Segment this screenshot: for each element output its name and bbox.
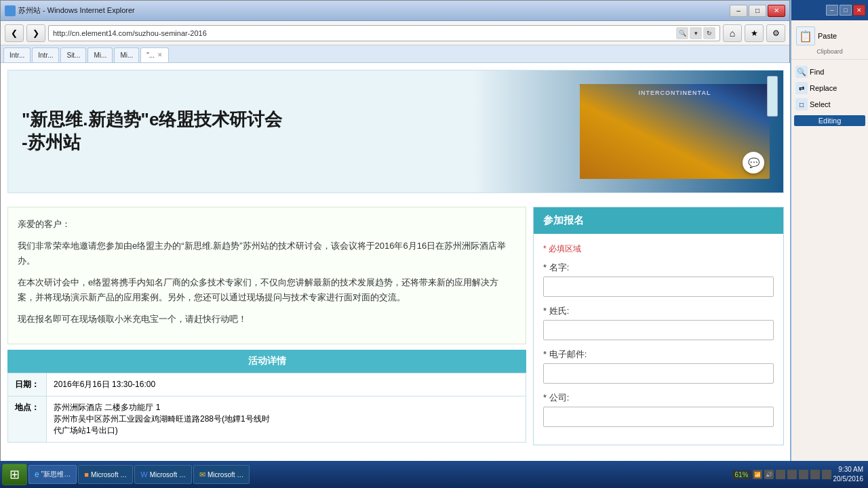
word-ribbon-panel: – □ ✕ 📋 Paste Clipboard 🔍 Find ⇄ Replace…	[790, 0, 868, 461]
lastname-label: * 姓氏:	[543, 305, 774, 317]
tab-0[interactable]: Intr...	[3, 47, 31, 62]
registration-body: * 必填区域 * 名字: * 姓氏:	[534, 234, 783, 445]
taskbar-outlook[interactable]: ✉ Microsoft …	[193, 465, 250, 484]
location-label: 地点：	[8, 396, 47, 442]
tray-icon-3	[799, 470, 808, 479]
main-body: 亲爱的客户： 我们非常荣幸地邀请您参加由e络盟主办的“新思维.新趋势”苏州站的技…	[1, 200, 791, 452]
forward-button[interactable]: ❯	[26, 24, 45, 42]
taskbar-ie-label: "新思维…	[41, 470, 71, 479]
address-bar: http://cn.element14.com/suzhou-seminar-2…	[48, 25, 720, 41]
company-label: * 公司:	[543, 392, 774, 404]
ribbon-min-button[interactable]: –	[826, 5, 838, 16]
date-label: 日期：	[8, 373, 47, 396]
time-text: 9:30 AM	[833, 465, 864, 474]
clipboard-section: 📋 Paste Clipboard	[791, 20, 868, 60]
minimize-button[interactable]: –	[730, 5, 747, 17]
banner-title-line1: "新思维.新趋势"e络盟技术研讨会	[22, 109, 282, 129]
nav-toolbar: ❮ ❯ http://cn.element14.com/suzhou-semin…	[1, 21, 789, 45]
hotel-background	[580, 84, 770, 179]
word-icon: W	[140, 470, 147, 479]
greeting-text: 亲爱的客户：	[18, 217, 516, 232]
editing-section: 🔍 Find ⇄ Replace □ Select Editing	[791, 60, 868, 130]
address-icons: 🔍 ▾ ↻	[676, 27, 715, 39]
close-button[interactable]: ✕	[768, 5, 785, 17]
tab-1[interactable]: Intr...	[32, 47, 59, 62]
restore-button[interactable]: □	[749, 5, 766, 17]
refresh-icon[interactable]: ↻	[703, 27, 715, 39]
firstname-label: * 名字:	[543, 262, 774, 274]
title-bar: 苏州站 - Windows Internet Explorer – □ ✕	[1, 1, 789, 21]
find-icon: 🔍	[795, 66, 808, 78]
firstname-input[interactable]	[543, 277, 774, 297]
find-item[interactable]: 🔍 Find	[794, 64, 865, 80]
email-group: * 电子邮件:	[543, 348, 774, 384]
title-bar-left: 苏州站 - Windows Internet Explorer	[5, 5, 135, 16]
location-line1: 苏州洲际酒店 二楼多功能厅 1	[54, 403, 160, 412]
home-button[interactable]: ⌂	[723, 24, 742, 42]
sound-icon: 🔊	[764, 470, 774, 479]
lastname-input[interactable]	[543, 320, 774, 340]
banner-title: "新思维.新趋势"e络盟技术研讨会 -苏州站	[22, 108, 580, 155]
back-button[interactable]: ❮	[5, 24, 24, 42]
taskbar-ppt[interactable]: ■ Microsoft …	[78, 465, 133, 484]
start-button[interactable]: ⊞	[2, 464, 27, 485]
taskbar-word[interactable]: W Microsoft …	[134, 465, 192, 484]
location-line2: 苏州市吴中区苏州工业园金鸡湖畸旺道路288号(地鐔1号线时	[54, 414, 270, 424]
tab-bar: Intr... Intr... Sit... Mi... Mi... "... …	[1, 45, 789, 63]
tab-5[interactable]: "... ✕	[140, 47, 169, 62]
ribbon-title-bar: – □ ✕	[791, 0, 868, 20]
tab-2[interactable]: Sit...	[60, 47, 86, 62]
firstname-label-text: * 名字:	[543, 262, 569, 272]
taskbar-ie[interactable]: e "新思维…	[28, 465, 77, 484]
tray-icon-5	[822, 470, 831, 479]
email-input[interactable]	[543, 363, 774, 384]
company-group: * 公司:	[543, 392, 774, 427]
replace-icon: ⇄	[795, 82, 808, 94]
ribbon-close-button[interactable]: ✕	[853, 5, 865, 16]
favorites-button[interactable]: ★	[745, 24, 764, 42]
tray-icon-2	[787, 470, 797, 479]
email-label: * 电子邮件:	[543, 348, 774, 361]
taskbar-outlook-label: Microsoft …	[208, 471, 243, 479]
tab-label-5: "...	[146, 52, 155, 59]
tray-icon-1	[776, 470, 785, 479]
date-value: 2016年6月16日 13:30-16:00	[47, 373, 526, 396]
taskbar: ⊞ e "新思维… ■ Microsoft … W Microsoft … ✉ …	[0, 461, 868, 488]
url-text[interactable]: http://cn.element14.com/suzhou-seminar-2…	[53, 29, 676, 37]
tab-label-2: Sit...	[66, 52, 80, 59]
left-column: 亲爱的客户： 我们非常荣幸地邀请您参加由e络盟主办的“新思维.新趋势”苏州站的技…	[7, 207, 526, 445]
company-label-text: * 公司:	[543, 392, 569, 403]
window-controls: – □ ✕	[730, 5, 785, 17]
activity-table: 日期： 2016年6月16日 13:30-16:00 地点： 苏州洲际酒店 二楼…	[7, 373, 526, 443]
settings-button[interactable]: ⚙	[766, 24, 785, 42]
tab-3[interactable]: Mi...	[87, 47, 113, 62]
tab-label-3: Mi...	[94, 52, 106, 59]
dropdown-icon[interactable]: ▾	[690, 27, 702, 39]
taskbar-ppt-label: Microsoft …	[91, 471, 127, 479]
tab-close-icon[interactable]: ✕	[157, 52, 163, 58]
ie-icon: e	[35, 470, 39, 479]
paste-item[interactable]: 📋 Paste	[794, 24, 865, 47]
select-icon: □	[795, 98, 808, 110]
chat-bubble-icon: 💬	[743, 152, 764, 174]
registration-form-box: 参加报名 * 必填区域 * 名字:	[533, 207, 784, 445]
company-input[interactable]	[543, 407, 774, 427]
battery-indicator: 61%	[732, 470, 750, 479]
activity-location-row: 地点： 苏州洲际酒店 二楼多功能厅 1 苏州市吴中区苏州工业园金鸡湖畸旺道路28…	[8, 396, 526, 442]
clipboard-label: Clipboard	[794, 48, 865, 55]
article-section: 亲爱的客户： 我们非常荣幸地邀请您参加由e络盟主办的“新思维.新趋势”苏州站的技…	[7, 207, 526, 344]
replace-item[interactable]: ⇄ Replace	[794, 80, 865, 96]
paragraph-1: 我们非常荣幸地邀请您参加由e络盟主办的“新思维.新趋势”苏州站的技术研讨会，该会…	[18, 239, 516, 268]
select-item[interactable]: □ Select	[794, 96, 865, 113]
banner-image: INTERCONTINENTAL 💬	[580, 84, 770, 179]
clock-display: 9:30 AM 20/5/2016	[833, 465, 864, 484]
event-banner: "新思维.新趋势"e络盟技术研讨会 -苏州站 INTERCONTINENTAL …	[7, 70, 784, 193]
firstname-group: * 名字:	[543, 262, 774, 297]
activity-header: 活动详情	[7, 350, 526, 373]
paste-icon: 📋	[796, 26, 815, 45]
date-text: 20/5/2016	[833, 474, 864, 484]
ribbon-restore-button[interactable]: □	[840, 5, 852, 16]
tab-4[interactable]: Mi...	[114, 47, 139, 62]
scroll-indicator[interactable]	[767, 76, 778, 117]
search-icon[interactable]: 🔍	[676, 27, 688, 39]
